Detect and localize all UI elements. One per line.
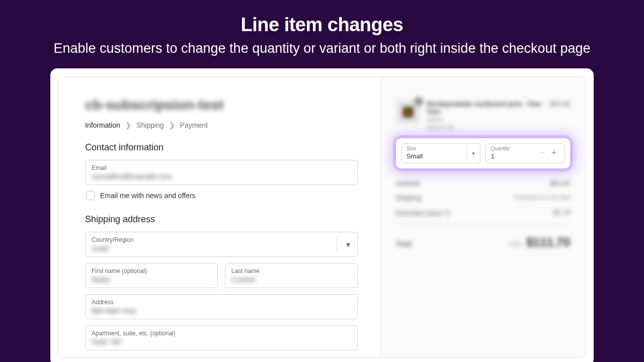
first-name-label: First name (optional) xyxy=(92,267,211,275)
total-label: Total xyxy=(396,239,412,248)
divider xyxy=(466,147,467,160)
address-value: 680 Main Hwy xyxy=(92,307,351,315)
last-name-value: Costner xyxy=(231,276,351,284)
subtotal-label: Subtotal xyxy=(396,179,420,187)
country-field[interactable]: Country/Region Israel ▾ xyxy=(85,232,358,257)
first-name-field[interactable]: First name (optional) Ryder xyxy=(85,263,218,288)
checkout-panel: cb-subscripsion-test Information ❯ Shipp… xyxy=(58,76,586,358)
checkout-form: cb-subscripsion-test Information ❯ Shipp… xyxy=(59,77,380,357)
country-label: Country/Region xyxy=(92,236,351,243)
crumb-shipping[interactable]: Shipping xyxy=(136,121,164,129)
chevron-right-icon: ❯ xyxy=(125,121,131,129)
plus-icon[interactable]: + xyxy=(548,148,559,157)
first-name-value: Ryder xyxy=(92,276,211,284)
product-title: Biodegradable cardboard pots - One-time xyxy=(427,100,543,115)
shipping-label: Shipping xyxy=(396,194,422,202)
subtotal-value: $50.00 xyxy=(550,179,570,187)
currency-label: USD xyxy=(508,241,521,248)
address-field[interactable]: Address 680 Main Hwy xyxy=(85,294,358,319)
total-row: Total USD $111.70 xyxy=(396,225,570,249)
quantity-badge: 1 xyxy=(414,97,423,106)
apt-label: Apartment, suite, etc. (optional) xyxy=(92,330,351,337)
quantity-value: 1 xyxy=(491,152,537,160)
address-label: Address xyxy=(92,299,351,306)
summary-section: Subtotal $50.00 Shipping Calculated at n… xyxy=(396,179,570,218)
tax-label: Estimated taxes ⓘ xyxy=(396,209,451,218)
product-image-icon xyxy=(403,107,414,118)
product-subscription: every 3 M xyxy=(427,124,543,131)
quantity-stepper[interactable]: Quantity 1 − + xyxy=(486,143,565,163)
shipping-value: Calculated at next step xyxy=(514,194,570,202)
country-value: Israel xyxy=(92,244,351,252)
product-thumbnail: 1 xyxy=(396,100,420,124)
minus-icon[interactable]: − xyxy=(537,148,548,157)
crumb-payment[interactable]: Payment xyxy=(180,121,208,129)
screenshot-canvas: cb-subscripsion-test Information ❯ Shipp… xyxy=(50,68,594,362)
contact-heading: Contact information xyxy=(85,142,358,153)
breadcrumb: Information ❯ Shipping ❯ Payment xyxy=(85,121,358,129)
apt-value: Suite 700 xyxy=(92,338,351,346)
last-name-field[interactable]: Last name Costner xyxy=(225,263,358,288)
last-name-label: Last name xyxy=(231,267,351,275)
size-value: Small xyxy=(407,152,475,160)
size-label: Size xyxy=(407,146,475,151)
chevron-down-icon: ▾ xyxy=(346,240,350,249)
store-name: cb-subscripsion-test xyxy=(85,97,358,113)
product-variant: stems xyxy=(427,116,543,123)
hero-title: Line item changes xyxy=(12,14,632,36)
chevron-down-icon: ▼ xyxy=(471,151,476,156)
chevron-right-icon: ❯ xyxy=(169,121,175,129)
line-item-controls: Size Small ▼ Quantity 1 − + xyxy=(396,138,570,168)
total-value: $111.70 xyxy=(526,235,570,249)
crumb-information[interactable]: Information xyxy=(85,121,120,129)
apt-field[interactable]: Apartment, suite, etc. (optional) Suite … xyxy=(85,325,358,350)
shipping-heading: Shipping address xyxy=(85,214,358,225)
order-summary: 1 Biodegradable cardboard pots - One-tim… xyxy=(380,77,585,357)
product-price: $50.00 xyxy=(550,100,570,131)
tax-value: $1.70 xyxy=(553,209,570,218)
news-offers-label: Email me with news and offers xyxy=(100,192,196,200)
hero-subtitle: Enable customers to change the quantity … xyxy=(12,41,632,56)
divider xyxy=(337,237,337,251)
news-offers-row[interactable]: Email me with news and offers xyxy=(86,191,358,200)
email-label: Email xyxy=(92,164,351,171)
quantity-label: Quantity xyxy=(491,146,537,151)
email-value: nemodfnn@example.com xyxy=(92,172,351,180)
size-select[interactable]: Size Small ▼ xyxy=(401,143,480,163)
product-row: 1 Biodegradable cardboard pots - One-tim… xyxy=(396,100,570,131)
checkbox-icon[interactable] xyxy=(86,191,95,200)
email-field[interactable]: Email nemodfnn@example.com xyxy=(85,160,358,185)
